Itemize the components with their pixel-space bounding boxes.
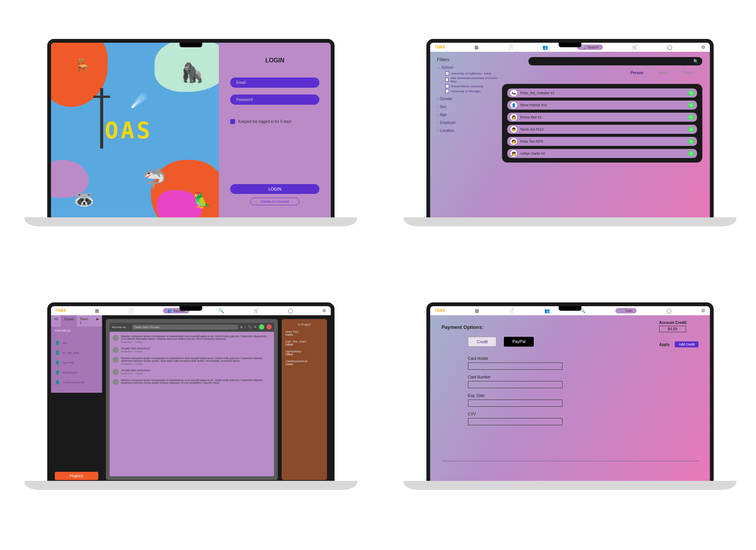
- keep-logged-in-checkbox[interactable]: Keeped me logged in for 5 days: [230, 119, 319, 124]
- paypal-button[interactable]: PayPal: [504, 337, 534, 347]
- password-field[interactable]: Password: [230, 95, 319, 105]
- search-screen: †OAS ▦ 📄 👥 🔍 Search 🛒 ◯ ⚙ Filters ⌄Schoo…: [430, 43, 710, 220]
- filter-item[interactable]: University of California - Irvine: [445, 71, 497, 75]
- people-icon[interactable]: 👥: [542, 45, 548, 50]
- tab-project[interactable]: Project: [683, 71, 695, 75]
- tab-asset[interactable]: Asset: [658, 71, 668, 75]
- sword-icon: [100, 88, 103, 149]
- card-number-label: Card Number: [468, 375, 562, 379]
- apply-link[interactable]: Apply: [659, 342, 670, 347]
- add-credit-button[interactable]: Add Credit: [675, 341, 699, 347]
- list-item[interactable]: 👤M_The_Man: [54, 350, 99, 356]
- avatar: 👤: [54, 359, 60, 366]
- payment-screen: †OAS ▦ 📄 👥 🔍 🛒 Cart ◯ ⚙ Payment Options:…: [430, 306, 710, 484]
- card-holder-field[interactable]: [468, 363, 562, 370]
- result-item[interactable]: 🐜Peter_the_Anteater #1+: [507, 88, 697, 98]
- list-item[interactable]: Earl_The_SnellOffline: [285, 340, 323, 346]
- avatar: 🐜: [510, 90, 517, 96]
- fontsize-select[interactable]: Normal siz …: [112, 325, 130, 329]
- message: Jecsaid viten emicontrushandwired 7 - 5:…: [113, 347, 271, 353]
- payment-body: Payment Options: Credit PayPal Card Hold…: [430, 315, 710, 484]
- filter-item[interactable]: University of Michigan: [445, 89, 497, 93]
- add-icon[interactable]: +: [688, 115, 694, 120]
- list-item[interactable]: 👤Aya Rae: [54, 359, 99, 366]
- credit-button[interactable]: Credit: [468, 337, 496, 347]
- card-number-field[interactable]: [468, 381, 562, 388]
- document-icon[interactable]: 📄: [128, 308, 134, 313]
- document-icon[interactable]: 📄: [509, 308, 514, 313]
- search-body: Filters ⌄School University of California…: [430, 52, 710, 220]
- filter-group[interactable]: ›Gender: [437, 97, 497, 101]
- filter-group[interactable]: ›Sex: [437, 105, 497, 109]
- filter-group[interactable]: ›Employer: [437, 121, 497, 125]
- list-item[interactable]: 👤Aku: [54, 340, 99, 346]
- chat-toolbar: Normal siz … B I 📎 ✎: [110, 323, 274, 331]
- list-item[interactable]: 👤TheMusicantCat: [54, 379, 99, 385]
- list-item[interactable]: TheMusicantCatOnline: [285, 359, 323, 366]
- tab-all[interactable]: All: [51, 315, 61, 327]
- grid-icon[interactable]: ▦: [95, 308, 99, 313]
- filter-sidebar: Filters ⌄School University of California…: [437, 57, 497, 133]
- result-item[interactable]: 👦Sacla Joe #112+: [507, 125, 697, 134]
- avatar: 👦: [510, 126, 517, 133]
- italic-icon[interactable]: I: [245, 325, 246, 329]
- user-icon[interactable]: ◯: [288, 308, 293, 313]
- add-icon[interactable]: +: [688, 127, 694, 132]
- filter-group[interactable]: ›Location: [437, 129, 497, 133]
- search-icon[interactable]: 🔍: [218, 308, 224, 313]
- gear-icon[interactable]: ⚙: [322, 308, 326, 313]
- gear-icon[interactable]: ⚙: [701, 308, 705, 313]
- chat-main: Normal siz … B I 📎 ✎ Maxime numquam ipsa…: [102, 315, 331, 484]
- list-item[interactable]: Joey TreyOnline: [285, 330, 323, 336]
- add-icon[interactable]: +: [688, 151, 694, 156]
- user-icon[interactable]: ◯: [666, 308, 671, 313]
- filter-item[interactable]: Inter American University of Puerto Rico: [445, 76, 497, 83]
- email-field[interactable]: Email: [230, 77, 319, 88]
- squad-sidebar: All Squad Team 1 ▶ ONLINE (2) 👤Aku 👤M_Th…: [51, 315, 102, 484]
- result-item[interactable]: 🧑Peter Tan #376+: [507, 137, 697, 146]
- avatar: [113, 357, 119, 363]
- filters-title: Filters: [437, 57, 497, 62]
- attach-icon[interactable]: 📎: [248, 325, 252, 329]
- online-label: ONLINE (2): [51, 327, 102, 335]
- people-icon[interactable]: 👥: [544, 308, 550, 313]
- result-item[interactable]: 👤Steve Patrick #12+: [507, 101, 697, 110]
- add-icon[interactable]: +: [688, 90, 694, 96]
- filter-group[interactable]: ›Age: [437, 113, 497, 117]
- checkbox-icon: [445, 78, 449, 82]
- edit-icon[interactable]: ✎: [254, 325, 257, 329]
- tab-team1[interactable]: Team 1: [77, 315, 93, 327]
- cvv-field[interactable]: [468, 418, 562, 425]
- filter-item[interactable]: Robert Morris University: [445, 84, 497, 88]
- avatar: 🧑: [510, 138, 517, 145]
- bold-icon[interactable]: B: [240, 325, 242, 329]
- create-account-button[interactable]: Create An Account: [250, 198, 299, 205]
- gear-icon[interactable]: ⚙: [701, 45, 705, 50]
- filter-group-school[interactable]: ⌄School: [437, 65, 497, 70]
- nav-cart-pill[interactable]: 🛒 Cart: [615, 308, 637, 313]
- cart-icon[interactable]: 🛒: [632, 45, 638, 50]
- login-button[interactable]: LOGIN: [230, 184, 319, 194]
- user-icon[interactable]: ◯: [667, 45, 672, 50]
- result-item[interactable]: 👩Emma Bee #1+: [507, 113, 697, 122]
- result-item[interactable]: 👧Ashlyn Sarke #2+: [507, 149, 697, 158]
- tab-person[interactable]: Person: [631, 71, 643, 75]
- exp-date-field[interactable]: [468, 400, 562, 407]
- play-icon[interactable]: ▶: [93, 315, 102, 327]
- grid-icon[interactable]: ▦: [475, 308, 479, 313]
- title-input[interactable]: [132, 325, 238, 330]
- plugin-button[interactable]: Plugin(s): [55, 472, 98, 480]
- tab-squad[interactable]: Squad: [61, 315, 77, 327]
- cart-icon[interactable]: 🛒: [253, 308, 259, 313]
- brand-logo: †OAS: [435, 308, 445, 313]
- grid-icon[interactable]: ▦: [474, 45, 479, 50]
- search-input[interactable]: 🔍: [528, 57, 702, 65]
- add-icon[interactable]: +: [688, 102, 694, 108]
- chat-panel: Normal siz … B I 📎 ✎ Maxime numquam ipsa…: [106, 319, 278, 480]
- stool-icon: 🪑: [74, 58, 91, 74]
- add-icon[interactable]: +: [688, 139, 694, 144]
- list-item[interactable]: 👤Nastasha K: [54, 369, 99, 375]
- list-item[interactable]: SypsyStacyOffline: [285, 350, 323, 356]
- document-icon[interactable]: 📄: [508, 45, 513, 50]
- avatar: 👤: [54, 379, 60, 385]
